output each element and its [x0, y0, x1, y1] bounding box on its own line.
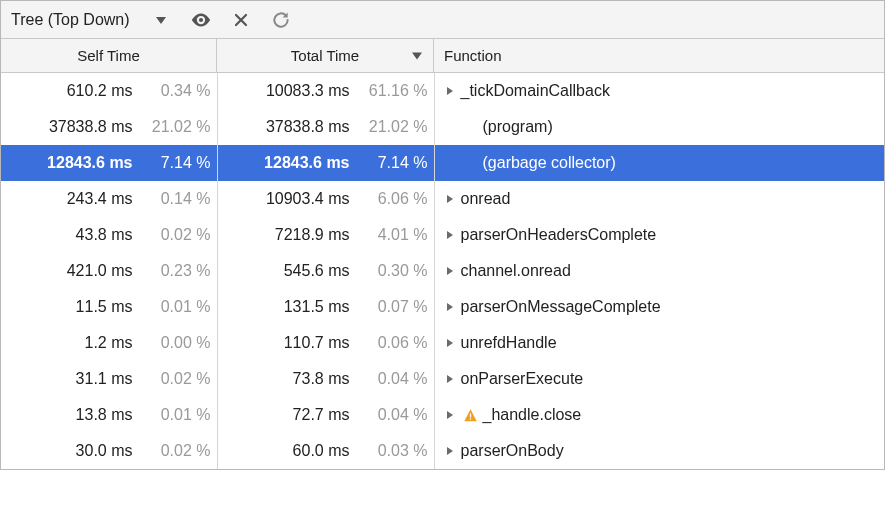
function-name: onread [461, 190, 511, 208]
self-time-cell: 13.8 ms0.01 % [1, 397, 217, 433]
self-time-cell: 31.1 ms0.02 % [1, 361, 217, 397]
total-time-ms: 10903.4 ms [266, 190, 350, 208]
total-time-cell: 12843.6 ms7.14 % [217, 145, 434, 181]
self-time-pct: 0.01 % [137, 298, 211, 316]
table-row[interactable]: 421.0 ms0.23 %545.6 ms0.30 %channel.onre… [1, 253, 884, 289]
profiler-tree-panel: Tree (Top Down) Self Time Total Time Fun… [0, 0, 885, 470]
total-time-cell: 72.7 ms0.04 % [217, 397, 434, 433]
self-time-pct: 0.00 % [137, 334, 211, 352]
function-cell: parserOnBody [434, 433, 884, 469]
self-time-cell: 12843.6 ms7.14 % [1, 145, 217, 181]
total-time-pct: 0.04 % [354, 406, 428, 424]
column-header-self-time[interactable]: Self Time [1, 39, 217, 72]
close-icon[interactable] [230, 9, 252, 31]
expand-icon[interactable] [443, 300, 457, 314]
table-row[interactable]: 11.5 ms0.01 %131.5 ms0.07 %parserOnMessa… [1, 289, 884, 325]
view-mode-dropdown-icon[interactable] [150, 9, 172, 31]
table-row[interactable]: 12843.6 ms7.14 %12843.6 ms7.14 %(garbage… [1, 145, 884, 181]
expand-icon[interactable] [443, 336, 457, 350]
total-time-pct: 0.07 % [354, 298, 428, 316]
self-time-pct: 0.34 % [137, 82, 211, 100]
total-time-ms: 72.7 ms [293, 406, 350, 424]
total-time-ms: 12843.6 ms [264, 154, 349, 172]
function-name: _handle.close [483, 406, 582, 424]
self-time-pct: 0.23 % [137, 262, 211, 280]
column-header-function[interactable]: Function [434, 39, 884, 72]
table-row[interactable]: 13.8 ms0.01 %72.7 ms0.04 %_handle.close [1, 397, 884, 433]
total-time-pct: 0.06 % [354, 334, 428, 352]
view-mode-label[interactable]: Tree (Top Down) [11, 11, 130, 29]
table-row[interactable]: 1.2 ms0.00 %110.7 ms0.06 %unrefdHandle [1, 325, 884, 361]
expand-icon[interactable] [443, 408, 457, 422]
self-time-ms: 1.2 ms [84, 334, 132, 352]
function-cell: (program) [434, 109, 884, 145]
self-time-ms: 12843.6 ms [47, 154, 132, 172]
self-time-pct: 0.14 % [137, 190, 211, 208]
svg-point-0 [198, 17, 202, 21]
function-name: parserOnHeadersComplete [461, 226, 657, 244]
svg-rect-2 [470, 418, 471, 419]
self-time-cell: 30.0 ms0.02 % [1, 433, 217, 469]
self-time-ms: 37838.8 ms [49, 118, 133, 136]
self-time-ms: 31.1 ms [76, 370, 133, 388]
total-time-ms: 37838.8 ms [266, 118, 350, 136]
column-header-total-time[interactable]: Total Time [217, 39, 434, 72]
column-header-label: Self Time [77, 47, 140, 64]
table-row[interactable]: 610.2 ms0.34 %10083.3 ms61.16 %_tickDoma… [1, 73, 884, 109]
eye-icon[interactable] [190, 9, 212, 31]
table-row[interactable]: 37838.8 ms21.02 %37838.8 ms21.02 %(progr… [1, 109, 884, 145]
function-cell: onParserExecute [434, 361, 884, 397]
function-cell: unrefdHandle [434, 325, 884, 361]
function-name: (garbage collector) [483, 154, 616, 172]
function-cell: (garbage collector) [434, 145, 884, 181]
total-time-cell: 60.0 ms0.03 % [217, 433, 434, 469]
function-name: parserOnMessageComplete [461, 298, 661, 316]
function-cell: onread [434, 181, 884, 217]
expand-icon[interactable] [443, 84, 457, 98]
self-time-pct: 0.02 % [137, 226, 211, 244]
function-cell: _tickDomainCallback [434, 73, 884, 109]
expand-icon[interactable] [443, 444, 457, 458]
self-time-ms: 421.0 ms [67, 262, 133, 280]
function-name: unrefdHandle [461, 334, 557, 352]
self-time-cell: 1.2 ms0.00 % [1, 325, 217, 361]
expand-icon[interactable] [443, 192, 457, 206]
self-time-ms: 13.8 ms [76, 406, 133, 424]
self-time-cell: 11.5 ms0.01 % [1, 289, 217, 325]
function-cell: parserOnMessageComplete [434, 289, 884, 325]
table-row[interactable]: 31.1 ms0.02 %73.8 ms0.04 %onParserExecut… [1, 361, 884, 397]
self-time-ms: 610.2 ms [67, 82, 133, 100]
self-time-ms: 11.5 ms [76, 298, 133, 316]
total-time-ms: 110.7 ms [284, 334, 350, 352]
self-time-cell: 43.8 ms0.02 % [1, 217, 217, 253]
svg-rect-1 [470, 413, 471, 417]
sort-descending-icon [411, 47, 423, 64]
total-time-cell: 73.8 ms0.04 % [217, 361, 434, 397]
expand-icon[interactable] [443, 372, 457, 386]
total-time-cell: 110.7 ms0.06 % [217, 325, 434, 361]
self-time-pct: 21.02 % [137, 118, 211, 136]
table-row[interactable]: 243.4 ms0.14 %10903.4 ms6.06 %onread [1, 181, 884, 217]
expand-icon[interactable] [443, 228, 457, 242]
column-header-label: Function [444, 47, 502, 64]
self-time-ms: 243.4 ms [67, 190, 133, 208]
total-time-pct: 0.03 % [354, 442, 428, 460]
function-name: channel.onread [461, 262, 571, 280]
total-time-pct: 6.06 % [354, 190, 428, 208]
total-time-ms: 60.0 ms [293, 442, 350, 460]
toolbar: Tree (Top Down) [1, 1, 884, 39]
column-headers: Self Time Total Time Function [1, 39, 884, 73]
refresh-icon[interactable] [270, 9, 292, 31]
function-cell: _handle.close [434, 397, 884, 433]
total-time-cell: 37838.8 ms21.02 % [217, 109, 434, 145]
self-time-cell: 37838.8 ms21.02 % [1, 109, 217, 145]
total-time-ms: 73.8 ms [293, 370, 350, 388]
total-time-pct: 0.04 % [354, 370, 428, 388]
total-time-ms: 131.5 ms [284, 298, 350, 316]
table-row[interactable]: 43.8 ms0.02 %7218.9 ms4.01 %parserOnHead… [1, 217, 884, 253]
expand-icon[interactable] [443, 264, 457, 278]
total-time-pct: 4.01 % [354, 226, 428, 244]
table-row[interactable]: 30.0 ms0.02 %60.0 ms0.03 %parserOnBody [1, 433, 884, 469]
total-time-ms: 10083.3 ms [266, 82, 350, 100]
total-time-ms: 7218.9 ms [275, 226, 350, 244]
